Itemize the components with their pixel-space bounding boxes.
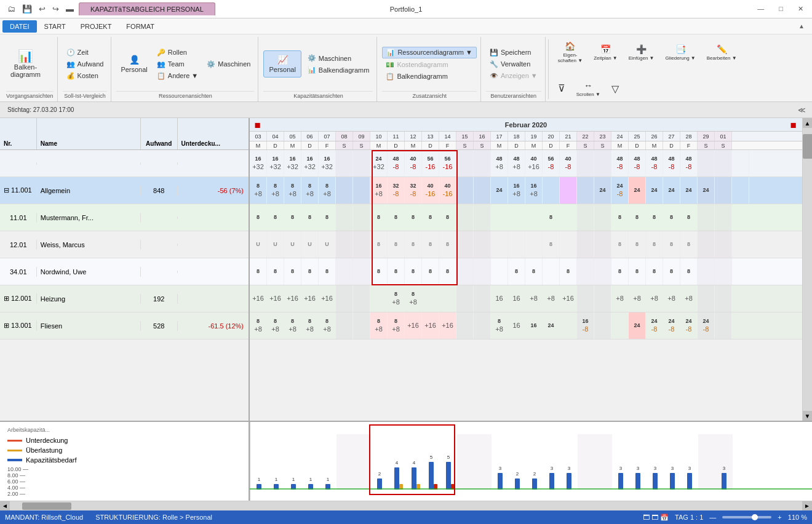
row-weiss[interactable]: 12.01 Weiss, Marcus: [0, 231, 249, 258]
day-col-17: 17: [491, 132, 508, 141]
gantt-cell-gantt-mustermann-18: [560, 204, 577, 231]
row-mustermann[interactable]: 11.01 Mustermann, Fr...: [0, 204, 249, 231]
ribbon-btn-gliederung[interactable]: 📑 Gliederung ▼: [661, 38, 699, 66]
gantt-cell-gantt-fliesen-9: +16: [405, 312, 422, 339]
right-scrollbar[interactable]: ▲ ▼: [802, 118, 812, 421]
gantt-cell-gantt-mustermann-25: 8: [680, 204, 698, 231]
scroll-left[interactable]: ◄: [0, 501, 10, 511]
menu-format[interactable]: FORMAT: [119, 20, 162, 33]
ribbon-btn-maschinen-kap[interactable]: ⚙️ Maschinen: [304, 53, 373, 63]
ribbon-btn-zeit[interactable]: 🕐 Zeit: [63, 47, 108, 58]
ribbon-collapse[interactable]: ▲: [798, 23, 810, 30]
ribbon-btn-einfugen[interactable]: ➕ Einfügen ▼: [624, 38, 659, 66]
ribbon-btn-balken-kap[interactable]: 📊 Balkendiagramm: [304, 65, 373, 75]
aufwand-icon: 👥: [66, 60, 75, 68]
menu-datei[interactable]: DATEI: [2, 20, 37, 33]
gantt-cell-gantt-fliesen-16: 16: [525, 312, 543, 339]
scroll-thumb[interactable]: [803, 134, 812, 159]
scroll-right[interactable]: ►: [802, 501, 812, 511]
gantt-cell-gantt-heizung-27: [715, 285, 732, 312]
zoom-thumb[interactable]: [752, 514, 758, 520]
kostdiag-icon: 💵: [386, 61, 394, 69]
gantt-cell-gantt-nordwind-4: 8: [319, 258, 336, 285]
ribbon-btn-filter[interactable]: ⊽: [554, 77, 570, 100]
gantt-cell-gantt-mustermann-17: 8: [543, 204, 560, 231]
zoom-minus[interactable]: —: [709, 514, 716, 521]
scroll-up[interactable]: ▲: [803, 118, 813, 128]
ribbon-btn-ressourcendiagramm[interactable]: 📊 Ressourcendiagramm ▼: [382, 47, 477, 58]
maximize-button[interactable]: □: [775, 4, 787, 14]
ribbon-btn-verwalten[interactable]: 🔧 Verwalten: [486, 59, 541, 69]
ribbon-btn-zeitplan[interactable]: 📅 Zeitplan ▼: [589, 38, 622, 66]
cap-header-cell-24: 48-8: [663, 150, 680, 177]
ribbon-btn-personal-kap[interactable]: 📈 Personal: [263, 50, 301, 77]
cap-header-cell-0: 16+32: [250, 150, 267, 177]
bar-group-09: [354, 434, 371, 490]
weekday-col-16: M: [525, 141, 543, 149]
ribbon-btn-maschinen-res[interactable]: ⚙️ Maschinen: [203, 59, 254, 69]
zoom-slider[interactable]: [722, 516, 771, 518]
gantt-cell-gantt-heizung-19: [577, 285, 594, 312]
gantt-cell-gantt-heizung-12: [456, 285, 474, 312]
ribbon-btn-personal-res[interactable]: 👤 Personal: [116, 52, 151, 76]
ribbon-btn-balkendiagramm-z[interactable]: 📋 Balkendiagramm: [382, 71, 477, 82]
gantt-cell-gantt-fliesen-25: 24-8: [680, 312, 698, 339]
gantt-cell-gantt-fliesen-7: 8+8: [370, 312, 388, 339]
bar-group-21: 3: [560, 434, 578, 490]
ribbon-btn-speichern[interactable]: 💾 Speichern: [486, 47, 541, 58]
row-nordwind[interactable]: 34.01 Nordwind, Uwe: [0, 258, 249, 285]
undo-icon[interactable]: ↩: [36, 3, 48, 15]
day-col-22: 22: [577, 132, 594, 141]
ribbon-btn-kostendiagramm[interactable]: 💵 Kostendiagramm: [382, 60, 477, 70]
gantt-cell-gantt-allgemein-25: 24: [680, 177, 698, 204]
zoom-plus[interactable]: +: [778, 514, 781, 521]
ribbon-btn-balkendiagramm[interactable]: 📊 Balken-diagramm: [6, 47, 45, 81]
scroll-down[interactable]: ▼: [803, 411, 813, 421]
gantt-cell-gantt-heizung-3: +16: [301, 285, 319, 312]
app-icon: 🗂: [5, 3, 18, 15]
ribbon-btn-filter2[interactable]: ▽: [607, 77, 623, 100]
weekday-col-1: D: [267, 141, 284, 149]
weekday-col-15: D: [508, 141, 525, 149]
ribbon-btn-anzeigen[interactable]: 👁️ Anzeigen ▼: [486, 71, 541, 81]
legend-line-uberlastung: [7, 450, 22, 451]
bar-group-17: 3: [492, 434, 509, 490]
ribbon-btn-team[interactable]: 👥 Team: [153, 59, 202, 69]
gantt-cell-gantt-weiss-9: 8: [405, 231, 422, 258]
minimize-button[interactable]: —: [754, 4, 768, 14]
menu-projekt[interactable]: PROJEKT: [73, 20, 119, 33]
day-col-07: 07: [319, 132, 336, 141]
gantt-cell-gantt-weiss-12: [456, 231, 474, 258]
row-allgemein[interactable]: ⊟ 11.001 Allgemein 848 -56 (7%): [0, 177, 249, 204]
weekday-col-21: M: [611, 141, 629, 149]
gantt-cell-gantt-nordwind-2: 8: [284, 258, 301, 285]
gantt-cell-gantt-heizung-21: +8: [611, 285, 629, 312]
row-fliesen[interactable]: ⊞ 13.001 Fliesen 528 -61.5 (12%): [0, 312, 249, 339]
bottom-scroll[interactable]: ◄ ►: [0, 501, 812, 510]
stichtag-label: Stichtag: 27.03.20 17:00: [2, 106, 74, 113]
ribbon-btn-aufwand[interactable]: 👥 Aufwand: [63, 59, 108, 69]
weekday-col-12: S: [456, 141, 474, 149]
hscroll-thumb[interactable]: [22, 502, 71, 510]
ribbon-btn-kosten[interactable]: 💰 Kosten: [63, 71, 108, 81]
row-heizung[interactable]: ⊞ 12.001 Heizung 192: [0, 285, 249, 312]
window-menu-icon[interactable]: ▬: [63, 3, 76, 15]
nav-back[interactable]: ≪: [794, 106, 810, 114]
save-icon[interactable]: 💾: [20, 3, 34, 15]
grid-container: Nr. Name Aufwand Unterdecku... ⊟ 11.001 …: [0, 118, 812, 421]
gantt-cell-gantt-nordwind-16: 8: [525, 258, 543, 285]
gantt-weekday-row: MDMDFSSMDMDFSSMDMDFSSMDMDFSS: [250, 141, 802, 150]
weekday-col-14: M: [491, 141, 508, 149]
ribbon-btn-bearbeiten[interactable]: ✏️ Bearbeiten ▼: [703, 38, 741, 66]
cap-header-cell-3: 16+32: [301, 150, 319, 177]
close-button[interactable]: ✕: [794, 4, 807, 14]
ribbon-btn-scrollen[interactable]: ↔ Scrollen ▼: [572, 77, 605, 100]
gantt-cell-gantt-weiss-10: 8: [422, 231, 439, 258]
ribbon-btn-rollen[interactable]: 🔑 Rollen: [153, 47, 202, 58]
ribbon-btn-andere[interactable]: 📋 Andere ▼: [153, 71, 202, 81]
menu-start[interactable]: START: [37, 20, 73, 33]
balkendiag-icon: 📋: [386, 73, 394, 81]
redo-icon[interactable]: ↪: [50, 3, 62, 15]
ribbon-btn-eigenschaften[interactable]: 🏠 Eigen-schaften ▼: [554, 38, 587, 66]
ribbon-group-zusatz: 📊 Ressourcendiagramm ▼ 💵 Kostendiagramm …: [378, 37, 481, 101]
